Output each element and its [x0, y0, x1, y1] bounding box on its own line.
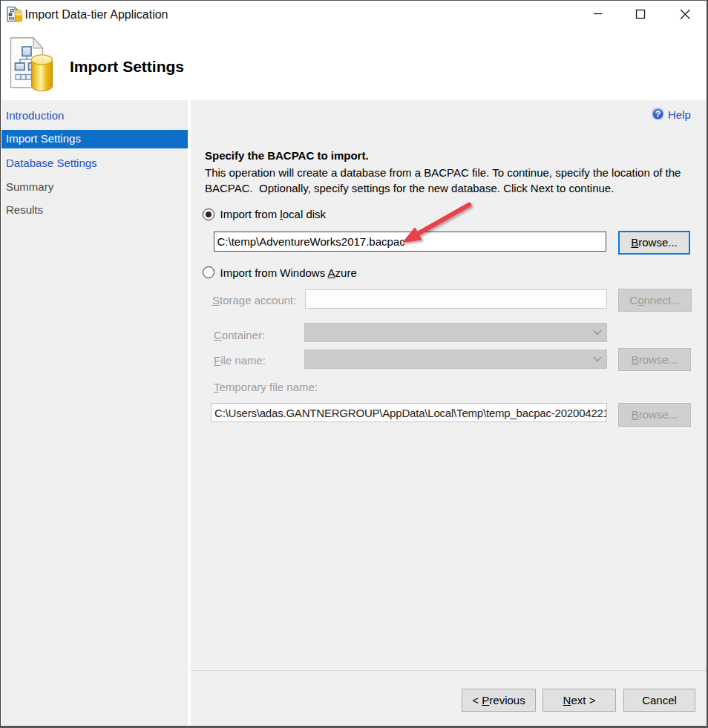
svg-text:?: ?	[655, 109, 661, 119]
